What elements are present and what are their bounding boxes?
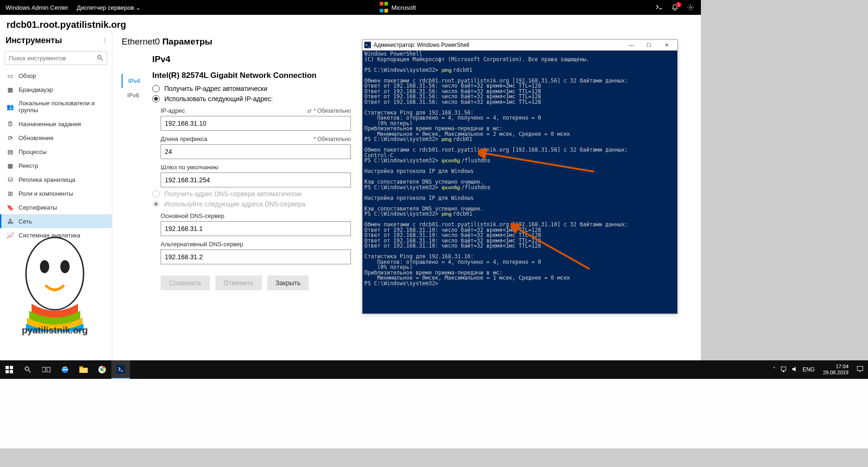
sidebar-item-label: Системная аналитика (19, 232, 80, 239)
sidebar-item-icon: ▭ (6, 72, 14, 79)
dns1-label: Основной DNS-сервер (161, 212, 224, 219)
svg-rect-16 (79, 366, 83, 368)
search-icon[interactable] (94, 55, 107, 61)
sidebar-item-label: Обновления (19, 134, 53, 141)
sidebar-item-1[interactable]: ▦Брандмауэр (0, 83, 112, 96)
sidebar-title: Инструменты (6, 36, 62, 45)
ip-input[interactable] (161, 116, 351, 131)
server-breadcrumb: rdcb01.root.pyatilistnik.org (0, 15, 701, 32)
sidebar-item-icon: 🖧 (6, 218, 14, 225)
sidebar-item-label: Брандмауэр (19, 86, 53, 93)
start-button[interactable] (0, 360, 19, 379)
gateway-input[interactable] (161, 173, 351, 187)
sidebar-item-4[interactable]: ⟳Обновления (0, 131, 112, 145)
system-tray[interactable]: ˄ ENG 17:04 29.08.2019 (768, 364, 868, 376)
sidebar-item-2[interactable]: 👥Локальные пользователи и группы (0, 96, 112, 117)
tabs: IPv4IPv6 (122, 74, 149, 290)
search-input[interactable] (5, 55, 94, 62)
sidebar-item-3[interactable]: 🗓Назначенные задания (0, 117, 112, 131)
svg-rect-21 (783, 371, 784, 372)
sound-tray-icon[interactable] (791, 366, 798, 374)
microsoft-logo-icon (379, 0, 389, 14)
dns1-input[interactable] (161, 221, 351, 236)
search-taskbar-icon[interactable] (19, 360, 37, 379)
ip-label: IP-адрес (161, 107, 185, 114)
radio-icon (152, 85, 160, 92)
chrome-icon[interactable] (93, 360, 111, 379)
sidebar-item-icon: ▦ (6, 86, 14, 93)
sidebar-item-8[interactable]: ⊞Роли и компоненты (0, 186, 112, 200)
sidebar-item-icon: ⊞ (6, 190, 14, 197)
powershell-taskbar-icon[interactable] (111, 360, 130, 379)
svg-rect-7 (6, 366, 9, 369)
sidebar-item-icon: 🔖 (6, 204, 14, 211)
svg-rect-20 (781, 367, 786, 371)
network-tray-icon[interactable] (780, 366, 787, 374)
sidebar-item-11[interactable]: 📈Системная аналитика (0, 228, 112, 242)
sidebar-item-label: Реплика хранилища (19, 176, 75, 183)
sidebar-item-label: Обзор (19, 72, 36, 79)
link-icon: ⇄ (307, 108, 311, 114)
action-center-icon[interactable] (857, 366, 863, 374)
prefix-label: Длина префикса (161, 135, 207, 142)
dns2-label: Альтернативный DNS-сервер (161, 241, 243, 248)
svg-rect-9 (6, 370, 9, 373)
sidebar-item-9[interactable]: 🔖Сертификаты (0, 200, 112, 214)
server-manager-dropdown[interactable]: Диспетчер серверов ⌄ (77, 4, 141, 11)
svg-rect-8 (10, 366, 13, 369)
prefix-input[interactable] (161, 144, 351, 159)
sidebar-item-icon: ▦ (6, 162, 14, 169)
ps-titlebar[interactable]: >_ Администратор: Windows PowerShell — ☐… (363, 40, 677, 51)
close-window-button[interactable]: ✕ (658, 40, 675, 50)
sidebar-item-0[interactable]: ▭Обзор (0, 69, 112, 83)
radio-icon (152, 95, 160, 102)
powershell-icon: >_ (364, 42, 371, 48)
svg-rect-15 (79, 368, 88, 373)
sidebar-item-icon: 👥 (6, 103, 14, 110)
svg-point-11 (25, 367, 29, 371)
dns2-input[interactable] (161, 249, 351, 264)
collapse-sidebar-icon[interactable]: 〈 (100, 37, 106, 45)
minimize-button[interactable]: — (622, 40, 640, 50)
ps-console[interactable]: Windows PowerShell (C) Корпорация Майкро… (363, 51, 677, 313)
sidebar-item-7[interactable]: ⛁Реплика хранилища (0, 173, 112, 186)
tab-ipv4[interactable]: IPv4 (122, 74, 149, 88)
tray-chevron-icon[interactable]: ˄ (773, 366, 776, 373)
radio-icon (152, 190, 160, 198)
taskbar-clock[interactable]: 17:04 29.08.2019 (819, 364, 852, 376)
bell-icon[interactable] (671, 4, 679, 11)
sidebar-item-label: Назначенные задания (19, 121, 81, 128)
taskbar[interactable]: ˄ ENG 17:04 29.08.2019 (0, 360, 868, 379)
close-button[interactable]: Закрыть (267, 275, 309, 290)
ms-brand: Microsoft (146, 0, 649, 14)
top-bar: Windows Admin Center Диспетчер серверов … (0, 0, 701, 15)
sidebar-item-label: Процессы (19, 148, 47, 155)
tab-ipv6[interactable]: IPv6 (122, 88, 149, 102)
sidebar-list: ▭Обзор▦Брандмауэр👥Локальные пользователи… (0, 69, 112, 360)
ie-icon[interactable] (56, 360, 74, 379)
radio-icon (152, 200, 160, 208)
gear-icon[interactable] (687, 4, 694, 11)
sidebar-item-label: Локальные пользователи и группы (19, 100, 105, 114)
svg-rect-13 (47, 367, 50, 372)
sidebar-item-icon: ⛁ (6, 176, 14, 183)
lang-indicator[interactable]: ENG (803, 366, 815, 373)
console-icon[interactable] (655, 4, 663, 11)
svg-point-1 (98, 56, 101, 59)
sidebar-item-label: Роли и компоненты (19, 190, 73, 197)
save-button[interactable]: Сохранить (161, 275, 210, 290)
sidebar-item-label: Сеть (19, 218, 32, 225)
explorer-icon[interactable] (74, 360, 93, 379)
task-view-icon[interactable] (37, 360, 56, 379)
maximize-button[interactable]: ☐ (640, 40, 658, 50)
sidebar-item-5[interactable]: ▤Процессы (0, 145, 112, 159)
sidebar-search[interactable] (5, 51, 107, 65)
sidebar-item-6[interactable]: ▦Реестр (0, 159, 112, 173)
chevron-down-icon: ⌄ (136, 4, 141, 11)
sidebar-item-icon: ▤ (6, 148, 14, 155)
cancel-button[interactable]: Отменить (215, 275, 262, 290)
svg-rect-10 (10, 370, 13, 373)
powershell-window[interactable]: >_ Администратор: Windows PowerShell — ☐… (362, 39, 678, 314)
sidebar-item-10[interactable]: 🖧Сеть (0, 214, 112, 228)
sidebar-item-icon: 🗓 (6, 120, 14, 128)
